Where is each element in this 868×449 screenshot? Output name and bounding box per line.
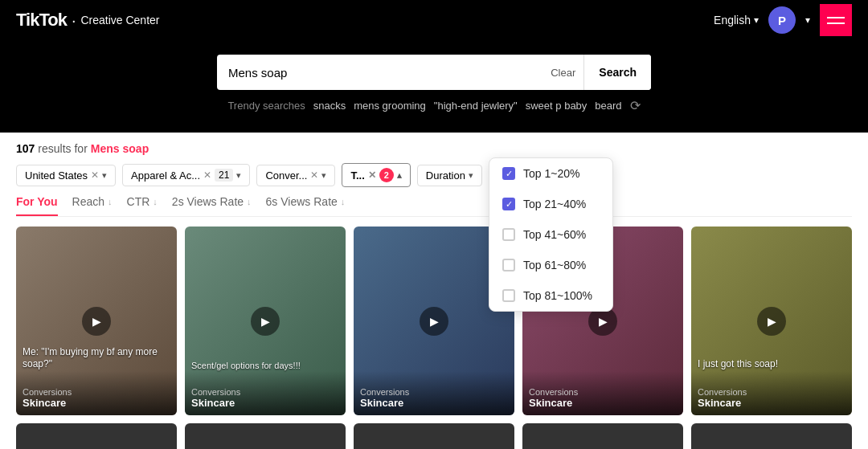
dropdown-label-top-41-60: Top 41~60% (523, 228, 586, 241)
filter-apparel-label: Apparel & Ac... (131, 169, 200, 182)
search-button[interactable]: Search (583, 55, 651, 90)
filter-apparel-badge: 21 (215, 169, 233, 182)
video-play-button-1[interactable]: ▶ (82, 307, 111, 336)
filter-us-remove-icon[interactable]: ✕ (91, 169, 99, 181)
video-card-bottom-5[interactable] (691, 423, 852, 449)
filter-apparel-chevron-icon: ▾ (236, 170, 241, 181)
avatar-chevron-icon[interactable]: ▾ (805, 14, 810, 26)
video-bottom-overlay-2: Conversions Skincare (185, 371, 346, 415)
video-category-2: Conversions (191, 387, 339, 397)
language-label: English (714, 14, 751, 27)
video-overlay-text-5: I just got this soap! (698, 358, 845, 371)
filter-conversions[interactable]: Conver... ✕ ▾ (256, 165, 335, 186)
video-bottom-overlay-5: Conversions Skincare (691, 371, 852, 415)
filter-t-label: T... (350, 169, 364, 182)
checkbox-top-61-80[interactable] (502, 259, 515, 271)
tab-ctr-sort-icon: ↓ (153, 197, 158, 206)
hamburger-line-2 (827, 22, 845, 24)
filters-row: United States ✕ ▾ Apparel & Ac... ✕ 21 ▾… (16, 163, 852, 187)
video-grid-bottom (16, 423, 852, 449)
dropdown-item-top-1-20[interactable]: ✓ Top 1~20% (489, 158, 612, 189)
tab-2s-label: 2s Views Rate (172, 195, 244, 208)
video-play-button-2[interactable]: ▶ (251, 307, 280, 336)
video-card-bottom-2[interactable] (185, 423, 346, 449)
video-type-5: Skincare (698, 397, 845, 409)
tab-reach-sort-icon: ↓ (108, 197, 113, 206)
language-chevron-icon: ▾ (754, 14, 759, 26)
trending-item-snacks[interactable]: snacks (313, 100, 346, 112)
filter-t-chevron-icon: ▴ (397, 170, 402, 181)
results-for-text: results for (38, 142, 87, 155)
trending-label: Trendy searches (227, 100, 305, 112)
video-card-bottom-3[interactable] (354, 423, 514, 449)
tab-6s-sort-icon: ↓ (341, 197, 346, 206)
top-percentage-dropdown: ✓ Top 1~20% ✓ Top 21~40% Top 41~60% Top … (489, 157, 613, 312)
dropdown-item-top-61-80[interactable]: Top 61~80% (489, 250, 612, 280)
filter-us-label: United States (25, 169, 88, 182)
checkbox-top-1-20[interactable]: ✓ (502, 167, 515, 180)
tab-2s-sort-icon: ↓ (247, 197, 252, 206)
logo-area: TikTok · Creative Center (16, 10, 159, 31)
video-category-1: Conversions (23, 387, 170, 397)
tab-reach-label: Reach (72, 195, 104, 208)
filter-apparel-remove-icon[interactable]: ✕ (203, 169, 211, 181)
dropdown-label-top-61-80: Top 61~80% (523, 259, 586, 271)
trending-item-sweet-p[interactable]: sweet p baby (526, 100, 588, 112)
video-card-bottom-4[interactable] (522, 423, 683, 449)
checkbox-top-41-60[interactable] (502, 228, 515, 241)
checkbox-top-21-40[interactable]: ✓ (502, 198, 515, 210)
search-input[interactable] (217, 66, 542, 80)
video-card-bottom-1[interactable] (16, 423, 177, 449)
tab-ctr[interactable]: CTR ↓ (127, 195, 158, 216)
checkbox-top-81-100[interactable] (502, 289, 515, 302)
video-card-2[interactable]: Scent/gel options for days!!! ▶ Conversi… (185, 227, 346, 415)
tab-2s-views[interactable]: 2s Views Rate ↓ (172, 195, 252, 216)
video-overlay-text-1: Me: "I'm buying my bf any more soap?" (23, 346, 170, 371)
filter-duration[interactable]: Duration ▾ (417, 165, 482, 186)
filter-duration-chevron-icon: ▾ (469, 170, 473, 181)
filter-t-remove-icon[interactable]: ✕ (368, 169, 376, 181)
video-card-1[interactable]: Me: "I'm buying my bf any more soap?" ▶ … (16, 227, 177, 415)
video-play-button-3[interactable]: ▶ (420, 307, 448, 336)
trending-row: Trendy searches snacks mens grooming "hi… (227, 98, 640, 113)
hamburger-line-1 (827, 17, 845, 18)
video-play-button-5[interactable]: ▶ (757, 307, 786, 336)
dropdown-item-top-81-100[interactable]: Top 81~100% (489, 280, 612, 311)
search-section: Clear Search Trendy searches snacks mens… (0, 40, 868, 133)
filter-united-states[interactable]: United States ✕ ▾ (16, 165, 116, 186)
refresh-icon[interactable]: ⟳ (630, 98, 641, 113)
video-category-4: Conversions (529, 387, 677, 397)
tab-ctr-label: CTR (127, 195, 150, 208)
tab-for-you[interactable]: For You (16, 195, 58, 216)
tab-reach[interactable]: Reach ↓ (72, 195, 113, 216)
video-overlay-text-2: Scent/gel options for days!!! (191, 360, 339, 371)
filter-conversions-remove-icon[interactable]: ✕ (310, 169, 318, 181)
avatar-button[interactable]: P (768, 6, 796, 34)
check-icon-21-40: ✓ (506, 199, 513, 210)
filter-t-badge: 2 (379, 168, 394, 182)
hamburger-menu-button[interactable] (820, 4, 852, 36)
filter-apparel[interactable]: Apparel & Ac... ✕ 21 ▾ (122, 164, 250, 186)
video-grid: Me: "I'm buying my bf any more soap?" ▶ … (16, 227, 852, 415)
video-bottom-overlay-3: Conversions Skincare (354, 371, 514, 415)
dropdown-label-top-81-100: Top 81~100% (523, 289, 592, 302)
results-header: 107 results for Mens soap (16, 142, 852, 155)
dropdown-item-top-41-60[interactable]: Top 41~60% (489, 219, 612, 250)
tab-6s-label: 6s Views Rate (266, 195, 338, 208)
search-clear-button[interactable]: Clear (542, 67, 583, 79)
filter-top-t[interactable]: T... ✕ 2 ▴ (342, 163, 410, 187)
trending-item-mens-grooming[interactable]: mens grooming (354, 100, 426, 112)
dropdown-item-top-21-40[interactable]: ✓ Top 21~40% (489, 189, 612, 219)
check-icon-1-20: ✓ (506, 169, 513, 179)
language-selector[interactable]: English ▾ (714, 14, 759, 27)
trending-item-high-end[interactable]: "high-end jewlery" (434, 100, 518, 112)
video-bottom-overlay-1: Conversions Skincare (16, 371, 177, 415)
logo-separator: · (72, 11, 76, 30)
video-category-3: Conversions (360, 387, 508, 397)
trending-item-beard[interactable]: beard (595, 100, 621, 112)
results-query: Mens soap (91, 142, 149, 155)
filter-conversions-label: Conver... (265, 169, 307, 182)
search-bar: Clear Search (217, 55, 651, 90)
tab-6s-views[interactable]: 6s Views Rate ↓ (266, 195, 346, 216)
video-card-5[interactable]: I just got this soap! ▶ Conversions Skin… (691, 227, 852, 415)
